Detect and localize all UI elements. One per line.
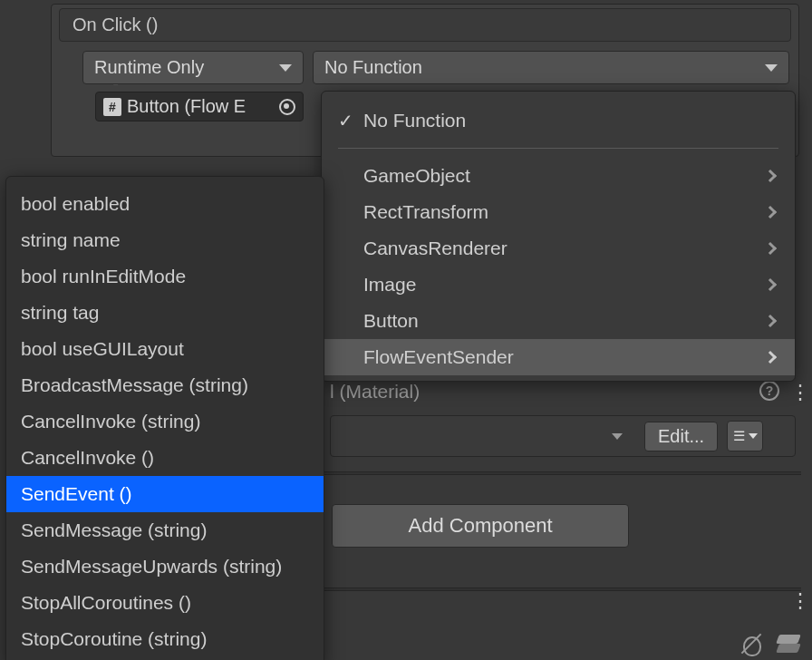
context-menu-icon[interactable]: ⋮ bbox=[790, 589, 810, 613]
submenu-item[interactable]: CancelInvoke (string) bbox=[6, 403, 324, 440]
submenu-item[interactable]: BroadcastMessage (string) bbox=[6, 367, 324, 403]
help-icon[interactable]: ? bbox=[759, 381, 779, 401]
submenu-item[interactable]: string tag bbox=[6, 295, 324, 331]
add-component-button[interactable]: Add Component bbox=[332, 504, 629, 548]
function-popover[interactable]: ✓ No Function GameObjectRectTransformCan… bbox=[321, 91, 796, 382]
menu-item-label: Image bbox=[363, 274, 766, 296]
chevron-right-icon bbox=[764, 278, 777, 291]
check-icon: ✓ bbox=[338, 110, 363, 131]
chevron-right-icon bbox=[764, 315, 777, 327]
object-picker-icon[interactable] bbox=[279, 99, 295, 115]
submenu-item[interactable]: StopCoroutine (string) bbox=[6, 621, 324, 657]
menu-item-label: RectTransform bbox=[363, 201, 766, 223]
object-reference-label: Button (Flow E bbox=[127, 96, 246, 117]
submenu-item[interactable]: SendMessageUpwards (string) bbox=[6, 548, 324, 585]
render-queue-dropdown[interactable]: ☰ bbox=[727, 421, 763, 451]
layers-icon[interactable] bbox=[778, 635, 799, 653]
edit-button[interactable]: Edit... bbox=[644, 422, 718, 451]
menu-item-no-function[interactable]: ✓ No Function bbox=[322, 102, 795, 139]
menu-item-label: GameObject bbox=[363, 165, 766, 187]
menu-item-label: CanvasRenderer bbox=[363, 238, 766, 259]
event-header: On Click () bbox=[59, 8, 791, 42]
object-reference-field[interactable]: # Button (Flow E bbox=[95, 92, 304, 121]
caret-down-icon bbox=[765, 64, 778, 72]
function-dropdown[interactable]: No Function bbox=[313, 51, 789, 84]
menu-item-component[interactable]: FlowEventSender bbox=[322, 339, 795, 375]
caret-down-icon[interactable] bbox=[612, 433, 623, 440]
submenu-item[interactable]: bool runInEditMode bbox=[6, 258, 324, 295]
chevron-right-icon bbox=[764, 206, 777, 218]
status-bar-icons bbox=[740, 635, 799, 655]
menu-item-component[interactable]: Button bbox=[322, 303, 795, 339]
caret-down-icon bbox=[749, 433, 758, 439]
submenu-item[interactable]: string name bbox=[6, 222, 324, 258]
menu-item-label: No Function bbox=[363, 110, 778, 131]
call-state-dropdown[interactable]: Runtime Only bbox=[82, 51, 304, 84]
submenu-item[interactable]: CancelInvoke () bbox=[6, 440, 324, 476]
chevron-right-icon bbox=[764, 351, 777, 364]
menu-item-label: FlowEventSender bbox=[363, 346, 766, 368]
debug-disabled-icon[interactable] bbox=[740, 635, 761, 655]
shader-row: Edit... ☰ bbox=[330, 415, 796, 457]
call-state-value: Runtime Only bbox=[94, 57, 204, 78]
list-icon: ☰ bbox=[733, 428, 745, 444]
menu-item-component[interactable]: Image bbox=[322, 267, 795, 303]
menu-divider bbox=[338, 148, 778, 149]
script-asset-icon: # bbox=[103, 98, 121, 116]
material-header-label: l (Material) bbox=[330, 381, 420, 403]
context-menu-icon[interactable]: ⋮ bbox=[790, 381, 810, 404]
menu-item-component[interactable]: CanvasRenderer bbox=[322, 230, 795, 267]
submenu-item[interactable]: SendMessage (string) bbox=[6, 512, 324, 548]
menu-item-label: Button bbox=[363, 310, 766, 332]
chevron-right-icon bbox=[764, 170, 777, 182]
menu-item-component[interactable]: RectTransform bbox=[322, 194, 795, 230]
function-value: No Function bbox=[324, 57, 422, 78]
caret-down-icon bbox=[279, 64, 292, 72]
submenu-item[interactable]: bool enabled bbox=[6, 186, 324, 222]
submenu-item[interactable]: bool useGUILayout bbox=[6, 331, 324, 367]
method-submenu[interactable]: bool enabledstring namebool runInEditMod… bbox=[5, 176, 324, 660]
submenu-item[interactable]: StopAllCoroutines () bbox=[6, 585, 324, 621]
menu-item-component[interactable]: GameObject bbox=[322, 158, 795, 194]
submenu-item[interactable]: SendEvent () bbox=[6, 476, 324, 512]
chevron-right-icon bbox=[764, 242, 777, 255]
